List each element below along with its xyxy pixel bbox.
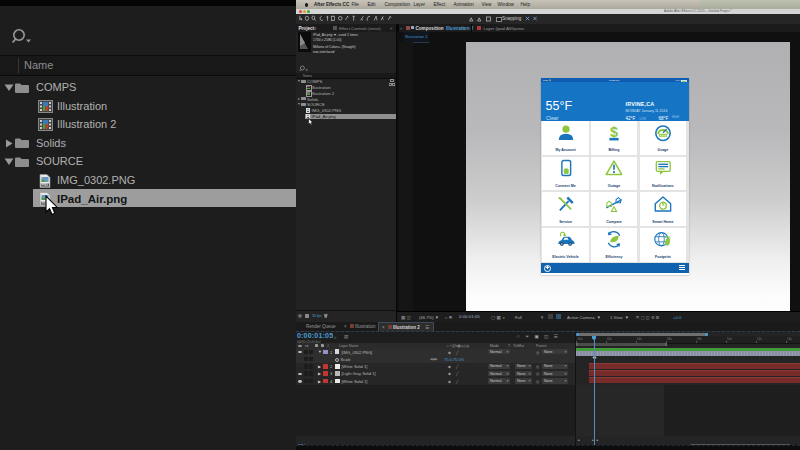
svg-text:$: $ bbox=[610, 124, 618, 140]
svg-text:PNG: PNG bbox=[41, 183, 48, 187]
